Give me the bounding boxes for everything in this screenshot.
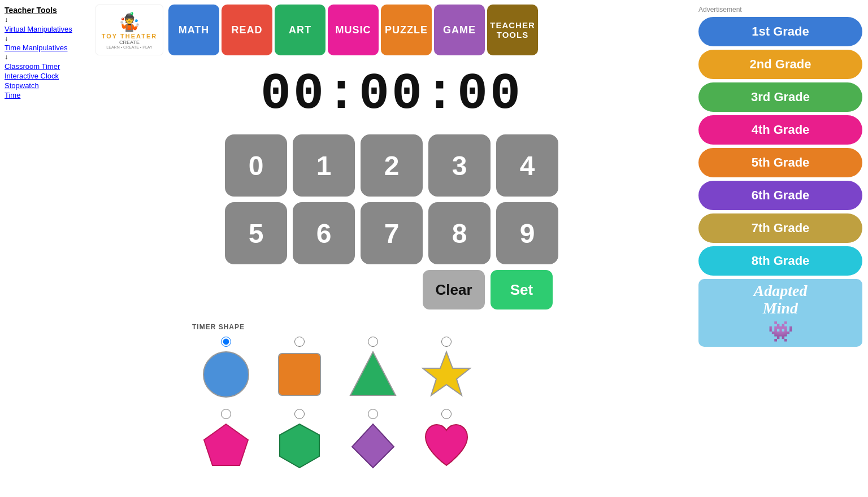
logo-area: 🤹 TOY THEATER CREATE LEARN • CREATE • PL… [93,5,166,55]
svg-marker-2 [350,352,396,395]
svg-marker-4 [204,424,248,465]
logo-face-icon: 🤹 [118,11,141,33]
grade-4-button[interactable]: 4th Grade [698,115,862,145]
grade-3-button[interactable]: 3rd Grade [698,82,862,112]
key-9[interactable]: 9 [496,202,558,264]
shape-option-star[interactable] [413,337,480,400]
shape-visual-star [418,349,475,400]
shape-radio-circle[interactable] [221,337,231,347]
nav-math-button[interactable]: MATH [168,5,219,55]
shapes-grid [192,337,693,472]
shape-radio-hexagon[interactable] [294,409,305,419]
key-7[interactable]: 7 [361,202,423,264]
shape-visual-heart [418,421,475,472]
svg-point-0 [203,352,249,397]
toy-theater-logo[interactable]: 🤹 TOY THEATER CREATE LEARN • CREATE • PL… [96,5,163,55]
sidebar-item-time-manip[interactable]: Time Manipulatives [5,43,86,52]
shape-radio-triangle[interactable] [368,337,378,347]
action-row: Clear Set [231,270,553,309]
svg-marker-3 [423,352,470,395]
nav-read-button[interactable]: READ [222,5,272,55]
grade-2-button[interactable]: 2nd Grade [698,50,862,79]
nav-game-button[interactable]: GAME [434,5,485,55]
svg-marker-5 [280,424,319,468]
timer-shape-label: TIMER SHAPE [192,323,693,331]
shape-visual-square [271,349,328,400]
key-5[interactable]: 5 [225,202,287,264]
timer-display: 00:00:00 [90,66,693,123]
key-1[interactable]: 1 [293,134,355,197]
nav-teacher-button[interactable]: TEACHER TOOLS [487,5,538,55]
shape-option-pentagon[interactable] [192,409,260,472]
shape-radio-star[interactable] [441,337,452,347]
logo-sub: CREATE [119,40,140,45]
key-6[interactable]: 6 [293,202,355,264]
shape-option-circle[interactable] [192,337,260,400]
shape-radio-square[interactable] [294,337,305,347]
shape-visual-pentagon [198,421,254,472]
shape-option-hexagon[interactable] [266,409,333,472]
shape-radio-pentagon[interactable] [221,409,231,419]
sidebar-item-classroom-timer[interactable]: Classroom Timer [5,62,86,71]
ad-label: Advertisement [698,6,862,14]
grade-6-button[interactable]: 6th Grade [698,181,862,210]
shape-radio-heart[interactable] [441,409,452,419]
timer-shape-section: TIMER SHAPE [192,323,693,472]
shape-visual-diamond [345,421,401,472]
shape-visual-hexagon [271,421,328,472]
arrow-2: ↓ [5,34,86,42]
shape-option-square[interactable] [266,337,333,400]
sidebar-teacher-tools-title[interactable]: Teacher Tools [5,6,86,15]
nav-puzzle-button[interactable]: PUZZLE [381,5,432,55]
grade-8-button[interactable]: 8th Grade [698,246,862,276]
adapted-mind-ad[interactable]: AdaptedMind 👾 [698,279,862,347]
sidebar-item-time[interactable]: Time [5,91,86,99]
shape-option-diamond[interactable] [339,409,407,472]
adapted-mind-text: AdaptedMind [754,282,808,317]
logo-name: TOY THEATER [102,33,157,40]
svg-marker-6 [352,424,394,468]
top-navigation: 🤹 TOY THEATER CREATE LEARN • CREATE • PL… [90,0,693,60]
svg-rect-1 [279,354,320,395]
ad-sidebar: Advertisement 1st Grade 2nd Grade 3rd Gr… [693,0,868,497]
key-3[interactable]: 3 [428,134,491,197]
arrow-1: ↓ [5,16,86,24]
sidebar-item-interactive-clock[interactable]: Interactive Clock [5,72,86,80]
set-button[interactable]: Set [491,270,553,309]
shape-radio-diamond[interactable] [368,409,378,419]
shape-option-triangle[interactable] [339,337,407,400]
logo-tagline: LEARN • CREATE • PLAY [106,45,152,49]
sidebar: Teacher Tools ↓ Virtual Manipulatives ↓ … [0,0,90,497]
nav-music-button[interactable]: MUSIC [328,5,379,55]
keypad: 0 1 2 3 4 5 6 7 8 9 [90,134,693,264]
arrow-3: ↓ [5,53,86,61]
keypad-row-2: 5 6 7 8 9 [225,202,558,264]
sidebar-item-stopwatch[interactable]: Stopwatch [5,81,86,90]
key-0[interactable]: 0 [225,134,287,197]
key-8[interactable]: 8 [428,202,491,264]
adapted-mind-monster-icon: 👾 [768,320,793,343]
grade-7-button[interactable]: 7th Grade [698,213,862,243]
key-2[interactable]: 2 [361,134,423,197]
main-content: 🤹 TOY THEATER CREATE LEARN • CREATE • PL… [90,0,693,497]
nav-art-button[interactable]: ART [275,5,326,55]
shape-visual-circle [198,349,254,400]
grade-1-button[interactable]: 1st Grade [698,17,862,46]
shape-visual-triangle [345,349,401,400]
key-4[interactable]: 4 [496,134,558,197]
grade-5-button[interactable]: 5th Grade [698,148,862,177]
shape-option-heart[interactable] [413,409,480,472]
keypad-row-1: 0 1 2 3 4 [225,134,558,197]
sidebar-item-virtual-manip[interactable]: Virtual Manipulatives [5,25,86,33]
clear-button[interactable]: Clear [423,270,485,309]
